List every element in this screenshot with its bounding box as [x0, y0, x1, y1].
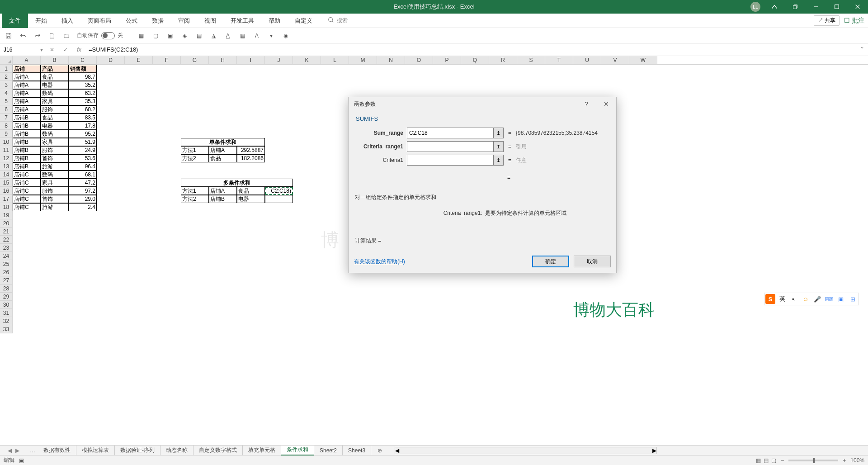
toggle-switch[interactable] [101, 32, 115, 39]
cell[interactable]: 店铺B [13, 146, 41, 154]
ime-keyboard-icon[interactable]: ⌨ [824, 294, 834, 304]
cell[interactable]: 数码 [41, 130, 69, 138]
cell[interactable]: 店铺 [13, 65, 41, 73]
col-header[interactable]: M [349, 56, 377, 64]
arg-input[interactable] [407, 128, 494, 138]
cell[interactable]: 292.5887 [237, 146, 265, 154]
sheet-more-icon[interactable]: … [27, 447, 38, 454]
cell[interactable]: 店铺C [13, 187, 41, 195]
col-header[interactable]: S [517, 56, 545, 64]
share-button[interactable]: ↗ 共享 [814, 15, 840, 26]
tell-me-search[interactable]: 搜索 [328, 17, 348, 24]
row-header[interactable]: 16 [0, 187, 13, 195]
row-header[interactable]: 23 [0, 244, 13, 252]
row-header[interactable]: 9 [0, 130, 13, 138]
ime-punct-icon[interactable]: •, [789, 294, 799, 304]
col-header[interactable]: P [433, 56, 461, 64]
qat-icon-4[interactable]: ◈ [180, 32, 189, 40]
sheet-tab[interactable]: Sheet2 [314, 446, 343, 456]
view-buttons[interactable]: ▦ ▤ ▢ [756, 457, 776, 464]
cell[interactable]: 食品 [209, 154, 237, 162]
col-header[interactable]: G [181, 56, 209, 64]
ribbon-tab-developer[interactable]: 开发工具 [223, 14, 261, 28]
zoom-in-icon[interactable]: + [843, 457, 846, 464]
sheet-nav-prev-icon[interactable]: ◀ [8, 447, 12, 454]
row-header[interactable]: 13 [0, 162, 13, 171]
confirm-formula-icon[interactable]: ✓ [59, 47, 72, 53]
ribbon-tab-insert[interactable]: 插入 [54, 14, 80, 28]
cell[interactable]: 63.2 [69, 89, 97, 97]
dialog-help-button[interactable]: ? [576, 97, 596, 111]
zoom-slider[interactable] [788, 460, 838, 461]
dialog-cancel-button[interactable]: 取消 [574, 256, 611, 267]
col-header[interactable]: E [125, 56, 153, 64]
redo-icon[interactable] [33, 32, 42, 40]
row-header[interactable]: 2 [0, 73, 13, 81]
cell[interactable]: 旅游 [41, 203, 69, 211]
cell[interactable]: 店铺A [13, 97, 41, 105]
ime-toolbox-icon[interactable]: ⊞ [848, 294, 858, 304]
ribbon-tab-help[interactable]: 帮助 [261, 14, 288, 28]
col-header[interactable]: J [265, 56, 293, 64]
dialog-titlebar[interactable]: 函数参数 ? ✕ [349, 97, 616, 111]
row-header[interactable]: 5 [0, 97, 13, 105]
cell[interactable]: 68.1 [69, 171, 97, 179]
cell[interactable]: 食品 [237, 187, 265, 195]
name-box[interactable]: J16 ▾ [0, 43, 45, 56]
cell[interactable]: 24.9 [69, 146, 97, 154]
cell[interactable]: 店铺A [209, 187, 237, 195]
cell[interactable]: 服饰 [41, 105, 69, 114]
row-header[interactable]: 3 [0, 81, 13, 89]
col-header[interactable]: W [629, 56, 657, 64]
cell[interactable] [265, 195, 293, 203]
cell[interactable]: 96.4 [69, 162, 97, 171]
autosave-toggle[interactable]: 自动保存 关 [77, 32, 123, 39]
view-break-icon[interactable]: ▢ [771, 457, 776, 464]
minimize-button[interactable] [806, 0, 826, 14]
row-header[interactable]: 19 [0, 211, 13, 219]
cell[interactable]: 首饰 [41, 154, 69, 162]
col-header[interactable]: R [489, 56, 517, 64]
ribbon-tab-view[interactable]: 视图 [197, 14, 223, 28]
col-header[interactable]: L [321, 56, 349, 64]
cell[interactable]: 家具 [41, 179, 69, 187]
arg-collapse-button[interactable]: ↥ [494, 141, 504, 152]
ime-emoji-icon[interactable]: ☺ [801, 294, 811, 304]
row-header[interactable]: 32 [0, 317, 13, 325]
row-header[interactable]: 21 [0, 228, 13, 236]
row-header[interactable]: 20 [0, 219, 13, 228]
cell[interactable]: 数码 [41, 89, 69, 97]
window-restore-icon[interactable] [785, 0, 806, 14]
cell[interactable]: 食品 [41, 114, 69, 122]
row-header[interactable]: 7 [0, 114, 13, 122]
ime-skin-icon[interactable]: ▣ [836, 294, 846, 304]
row-header[interactable]: 25 [0, 260, 13, 268]
dialog-close-button[interactable]: ✕ [596, 97, 616, 111]
cell[interactable]: 店铺A [13, 89, 41, 97]
qat-icon-3[interactable]: ▣ [166, 32, 174, 40]
maximize-button[interactable] [826, 0, 847, 14]
qat-icon-7[interactable]: A [224, 32, 232, 40]
cell[interactable]: 店铺B [13, 154, 41, 162]
cell[interactable]: 47.2 [69, 179, 97, 187]
ribbon-tab-custom[interactable]: 自定义 [288, 14, 320, 28]
cell[interactable]: 182.2086 [237, 154, 265, 162]
cell[interactable]: 98.7 [69, 73, 97, 81]
row-header[interactable]: 14 [0, 171, 13, 179]
row-header[interactable]: 27 [0, 276, 13, 285]
cell[interactable]: 店铺A [209, 146, 237, 154]
qat-icon-10[interactable]: ▾ [267, 32, 275, 40]
cell[interactable]: 多条件求和 [181, 179, 293, 187]
col-header[interactable]: C [69, 56, 97, 64]
col-header[interactable]: A [13, 56, 41, 64]
cell[interactable]: 食品 [41, 73, 69, 81]
ribbon-tab-home[interactable]: 开始 [28, 14, 54, 28]
horizontal-scrollbar[interactable]: ◀ ▶ [395, 447, 657, 454]
cell[interactable]: 店铺A [13, 105, 41, 114]
sheet-tab[interactable]: 条件求和 [281, 446, 314, 456]
qat-icon-5[interactable]: ▤ [195, 32, 203, 40]
row-header[interactable]: 4 [0, 89, 13, 97]
qat-icon-8[interactable]: ▦ [238, 32, 246, 40]
qat-icon-1[interactable]: ▦ [137, 32, 145, 40]
row-header[interactable]: 6 [0, 105, 13, 114]
